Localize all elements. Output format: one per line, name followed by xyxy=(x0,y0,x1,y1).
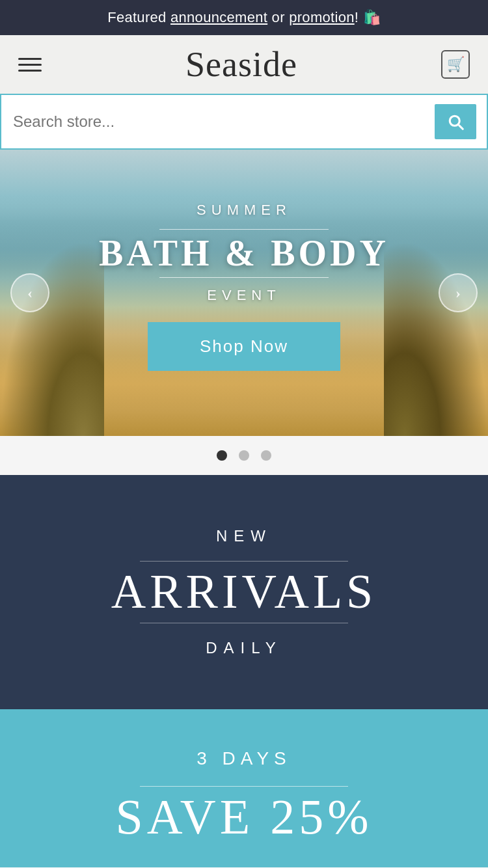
arrivals-divider-top xyxy=(140,561,348,562)
announcement-bar: Featured announcement or promotion! 🛍️ xyxy=(0,0,488,35)
new-arrivals-section: NEW ARRIVALS DAILY xyxy=(0,475,488,709)
search-bar xyxy=(0,94,488,150)
hamburger-menu-icon[interactable] xyxy=(18,58,42,72)
hero-slider: ‹ › SUMMER BATH & BODY EVENT Shop Now xyxy=(0,150,488,436)
search-input[interactable] xyxy=(13,113,435,131)
search-button[interactable] xyxy=(435,104,476,139)
hero-event: EVENT xyxy=(207,287,280,304)
hero-divider-bottom xyxy=(159,277,329,278)
announcement-link2[interactable]: promotion xyxy=(289,9,355,25)
hero-content: SUMMER BATH & BODY EVENT Shop Now xyxy=(0,150,488,436)
sale-days-label: 3 DAYS xyxy=(197,748,291,769)
search-icon xyxy=(446,112,465,131)
announcement-link1[interactable]: announcement xyxy=(170,9,267,25)
announcement-suffix: ! 🛍️ xyxy=(355,9,381,25)
announcement-middle: or xyxy=(267,9,289,25)
hero-divider-top xyxy=(159,229,329,230)
sale-divider xyxy=(140,786,348,787)
hero-subtitle: SUMMER xyxy=(197,202,291,219)
arrivals-top-label: NEW xyxy=(216,527,272,545)
slider-next-button[interactable]: › xyxy=(439,273,478,312)
cart-icon[interactable]: 🛒 xyxy=(441,50,470,79)
shop-now-button[interactable]: Shop Now xyxy=(148,322,340,371)
slider-dots xyxy=(0,436,488,475)
announcement-prefix: Featured xyxy=(107,9,170,25)
slider-dot-2[interactable] xyxy=(239,450,249,461)
slider-dot-3[interactable] xyxy=(261,450,271,461)
sale-title: SAVE 25% xyxy=(116,792,373,841)
slider-prev-button[interactable]: ‹ xyxy=(10,273,49,312)
hero-title: BATH & BODY xyxy=(99,234,389,274)
store-logo[interactable]: Seaside xyxy=(42,44,441,85)
header: Seaside 🛒 xyxy=(0,35,488,94)
arrivals-title: ARRIVALS xyxy=(111,567,377,617)
sale-section: 3 DAYS SAVE 25% xyxy=(0,709,488,867)
arrivals-divider-bottom xyxy=(140,623,348,623)
slider-dot-1[interactable] xyxy=(217,450,227,461)
arrivals-bottom-label: DAILY xyxy=(206,639,282,657)
